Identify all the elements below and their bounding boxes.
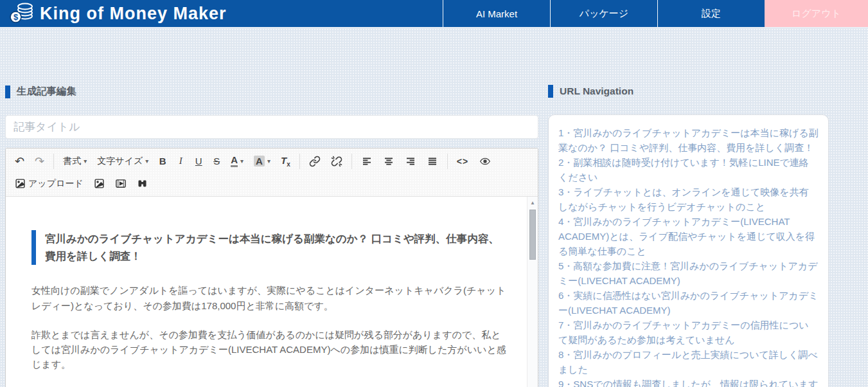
- rich-text-editor: ↶ ↷ 書式 ▾ 文字サイズ ▾ B I U: [5, 148, 538, 387]
- editor-scrollbar[interactable]: ▲: [527, 197, 538, 387]
- editor-content[interactable]: 宮川みかのライブチャットアカデミーは本当に稼げる副業なのか？ 口コミや評判、仕事…: [6, 197, 538, 387]
- nav-item-settings[interactable]: 設定: [657, 0, 765, 27]
- fontsize-dropdown-label: 文字サイズ: [97, 156, 143, 167]
- code-view-button[interactable]: <>: [452, 152, 474, 171]
- editor-content-wrap: 宮川みかのライブチャットアカデミーは本当に稼げる副業なのか？ 口コミや評判、仕事…: [6, 197, 538, 387]
- url-nav-item[interactable]: 9・SNSでの情報も調査しましたが、情報は限られています: [558, 377, 819, 387]
- align-center-button[interactable]: [378, 152, 400, 171]
- toolbar-separator: [299, 154, 300, 169]
- text-color-icon: A: [231, 155, 238, 168]
- undo-button[interactable]: ↶: [10, 152, 30, 171]
- caret-down-icon: ▾: [240, 158, 244, 165]
- format-dropdown[interactable]: 書式 ▾: [58, 152, 92, 171]
- scrollbar-thumb[interactable]: [529, 210, 536, 260]
- image-upload-label: アップロード: [28, 178, 84, 190]
- article-editor-panel: 生成記事編集 ↶ ↷ 書式 ▾ 文字サイズ: [5, 85, 538, 387]
- nav-item-logout[interactable]: ログアウト: [765, 0, 868, 27]
- url-nav-item[interactable]: 5・高額な参加費に注意！宮川みかのライブチャットアカデミー(LIVECHAT A…: [558, 258, 819, 288]
- background-color-icon: A: [254, 156, 265, 166]
- align-right-icon: [405, 156, 416, 166]
- unlink-icon: [331, 156, 342, 167]
- editor-toolbar: ↶ ↷ 書式 ▾ 文字サイズ ▾ B I U: [6, 148, 538, 197]
- bold-button[interactable]: B: [154, 152, 172, 171]
- align-left-button[interactable]: [356, 152, 378, 171]
- main-area: 生成記事編集 ↶ ↷ 書式 ▾ 文字サイズ: [0, 28, 868, 387]
- undo-icon: ↶: [15, 156, 24, 167]
- url-nav-item[interactable]: 6・実績に信憑性はない宮川みかのライブチャットアカデミー(LIVECHAT AC…: [558, 288, 819, 318]
- scrollbar-up-icon[interactable]: ▲: [527, 197, 538, 206]
- eye-icon: [479, 156, 492, 166]
- link-icon: [309, 156, 321, 167]
- format-dropdown-label: 書式: [63, 156, 81, 167]
- app-header: $ King of Money Maker AI Market パッケージ 設定…: [0, 0, 868, 28]
- url-nav-item[interactable]: 3・ライブチャットとは、オンラインを通じて映像を共有しながらチャットを行うビデオ…: [558, 184, 819, 214]
- url-nav-section-head: URL Navigation: [548, 85, 829, 98]
- image-icon: [94, 178, 105, 189]
- main-nav: AI Market パッケージ 設定 ログアウト: [443, 0, 868, 27]
- justify-button[interactable]: [421, 152, 443, 171]
- url-nav-item[interactable]: 1・宮川みかのライブチャットアカデミーは本当に稼げる副業なのか？ 口コミや評判、…: [558, 125, 819, 155]
- background-color-button[interactable]: A ▾: [249, 152, 276, 171]
- url-nav-item[interactable]: 7・宮川みかのライブチャットアカデミーの信用性について疑問があるため参加は考えて…: [558, 318, 819, 347]
- link-button[interactable]: [304, 152, 326, 171]
- url-nav-item[interactable]: 2・副業相談は随時受け付けています！気軽にLINEで連絡ください: [558, 155, 819, 184]
- align-left-icon: [361, 156, 373, 166]
- toolbar-separator: [351, 154, 352, 169]
- text-color-button[interactable]: A ▾: [226, 152, 249, 171]
- toolbar-separator: [447, 154, 448, 169]
- article-title-input[interactable]: [5, 115, 538, 139]
- insert-video-button[interactable]: [110, 174, 132, 194]
- editor-section-head: 生成記事編集: [5, 85, 538, 98]
- nav-item-package[interactable]: パッケージ: [550, 0, 657, 27]
- unlink-button[interactable]: [326, 152, 348, 171]
- article-heading: 宮川みかのライブチャットアカデミーは本当に稼げる副業なのか？ 口コミや評判、仕事…: [31, 230, 508, 265]
- preview-button[interactable]: [474, 152, 497, 171]
- strikethrough-button[interactable]: S: [208, 152, 226, 171]
- toolbar-row-1: ↶ ↷ 書式 ▾ 文字サイズ ▾ B I U: [10, 150, 534, 172]
- fontsize-dropdown[interactable]: 文字サイズ ▾: [92, 152, 154, 171]
- italic-button[interactable]: I: [172, 152, 190, 171]
- coins-logo-icon: $: [9, 1, 35, 26]
- insert-image-button[interactable]: [89, 174, 110, 194]
- align-right-button[interactable]: [400, 152, 421, 171]
- video-icon: [115, 178, 127, 189]
- toolbar-row-2: アップロード: [10, 172, 534, 195]
- redo-icon: ↷: [35, 156, 44, 167]
- redo-button[interactable]: ↷: [30, 152, 49, 171]
- clear-formatting-button[interactable]: Tx: [276, 152, 296, 171]
- image-upload-button[interactable]: アップロード: [10, 174, 89, 194]
- binoculars-icon: [137, 178, 148, 189]
- underline-button[interactable]: U: [190, 152, 208, 171]
- url-navigation-card: 1・宮川みかのライブチャットアカデミーは本当に稼げる副業なのか？ 口コミや評判、…: [548, 114, 829, 387]
- article-paragraph: 詐欺とまでは言えませんが、その参加費を支払う価値があるのかには疑問が残る部分があ…: [31, 327, 508, 372]
- editor-section-title: 生成記事編集: [17, 85, 76, 98]
- caret-down-icon: ▾: [84, 158, 87, 165]
- justify-icon: [427, 156, 438, 166]
- clear-formatting-icon: Tx: [281, 155, 290, 168]
- section-accent-bar: [548, 85, 553, 98]
- page: $ King of Money Maker AI Market パッケージ 設定…: [0, 0, 868, 387]
- url-nav-item[interactable]: 8・宮川みかのプロフィールと売上実績について詳しく調べました: [558, 347, 819, 377]
- align-center-icon: [383, 156, 394, 166]
- find-replace-button[interactable]: [132, 174, 153, 194]
- caret-down-icon: ▾: [267, 158, 270, 165]
- url-navigation-panel: URL Navigation 1・宮川みかのライブチャットアカデミーは本当に稼げ…: [548, 85, 829, 387]
- article-paragraph: 女性向けの副業でノンアダルトを謳ってはいますが、実際にやることはインターネットキ…: [31, 283, 508, 313]
- svg-text:$: $: [13, 12, 19, 22]
- image-icon: [15, 178, 26, 189]
- url-nav-section-title: URL Navigation: [560, 86, 633, 97]
- url-nav-item[interactable]: 4・宮川みかのライブチャットアカデミー(LIVECHAT ACADEMY)とは、…: [558, 214, 819, 258]
- section-accent-bar: [5, 86, 10, 98]
- brand[interactable]: $ King of Money Maker: [0, 0, 443, 27]
- caret-down-icon: ▾: [145, 158, 148, 165]
- brand-title: King of Money Maker: [40, 4, 227, 24]
- toolbar-separator: [53, 154, 54, 169]
- nav-item-ai-market[interactable]: AI Market: [443, 0, 550, 27]
